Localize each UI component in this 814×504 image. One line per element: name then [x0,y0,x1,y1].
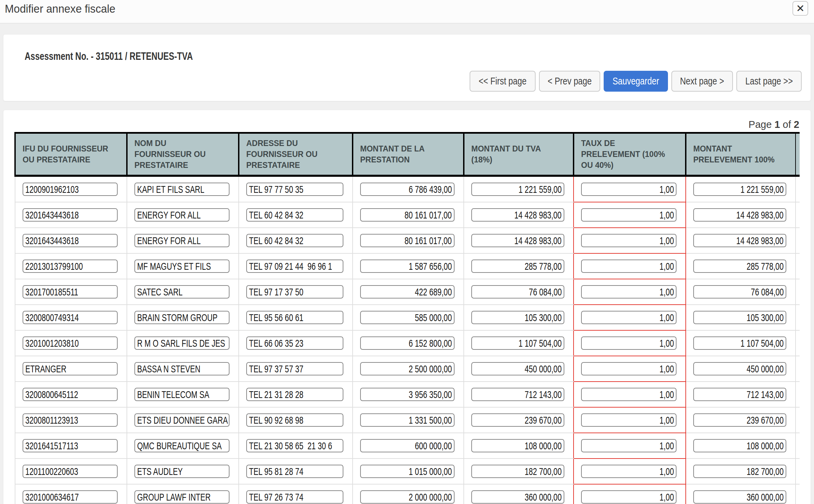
cell-input[interactable]: 3201643443618 [23,208,118,222]
cell-input[interactable]: 1 015 000,00 [360,465,455,478]
cell-input[interactable]: 1 221 559,00 [471,183,564,196]
cell-input[interactable]: 2 500 000,00 [360,362,455,375]
cell-input[interactable]: BRAIN STORM GROUP [134,311,229,324]
save-button[interactable]: Sauvegarder [604,71,668,92]
cell-input[interactable]: 14 428 983,00 [471,234,564,247]
cell-input[interactable]: 182 700,00 [693,465,786,478]
cell-input[interactable]: 1 107 504,00 [693,336,786,350]
cell-input[interactable]: TEL 97 17 37 50 [246,285,343,299]
cell-input[interactable]: 1,00 [581,336,677,350]
cell-input[interactable]: ENERGY FOR ALL [134,234,229,247]
cell-input[interactable]: ETS DIEU DONNEE GARA [134,413,229,427]
cell-input[interactable]: 1,00 [581,413,677,427]
cell-input[interactable]: 1200901962103 [23,183,118,196]
cell-input[interactable]: TEL 66 06 35 23 [246,336,343,350]
cell-input[interactable]: 600 000,00 [360,439,455,452]
cell-input[interactable]: 80 161 017,00 [360,234,455,247]
cell-input[interactable]: 1 587 656,00 [360,260,455,273]
cell-input[interactable]: 182 700,00 [471,465,564,478]
table-cell: 6 152 800,00 [353,330,464,356]
cell-input[interactable]: 285 778,00 [693,260,786,273]
cell-input[interactable]: 14 428 983,00 [693,234,786,247]
cell-input[interactable]: 1201100220603 [23,465,118,478]
cell-input[interactable]: TEL 60 42 84 32 [246,234,343,247]
cell-input[interactable]: 712 143,00 [693,388,786,401]
cell-input[interactable]: 1,00 [581,311,677,324]
cell-input[interactable]: 1,00 [581,234,677,247]
cell-input[interactable]: 1,00 [581,362,677,375]
next-page-button[interactable]: Next page > [671,71,733,92]
cell-input[interactable]: 2 000 000,00 [360,490,455,504]
last-page-button[interactable]: Last page >> [736,71,802,92]
cell-input[interactable]: 3201643443618 [23,234,118,247]
cell-input[interactable]: 6 786 439,00 [360,183,455,196]
table-panel: Page 1 of 2 IFU DU FOURNISSEUR OU PRESTA… [3,110,811,504]
cell-input[interactable]: 1 107 504,00 [471,336,564,350]
cell-input[interactable]: 14 428 983,00 [693,208,786,222]
cell-input[interactable]: 585 000,00 [360,311,455,324]
cell-input[interactable]: 76 084,00 [693,285,786,299]
cell-input[interactable]: ENERGY FOR ALL [134,208,229,222]
cell-input[interactable]: 1 331 500,00 [360,413,455,427]
cell-input[interactable]: 1 221 559,00 [693,183,786,196]
cell-input[interactable]: 3200800749314 [23,311,118,324]
cell-input[interactable]: BENIN TELECOM SA [134,388,229,401]
cell-input[interactable]: 239 670,00 [471,413,564,427]
cell-input[interactable]: 105 300,00 [693,311,786,324]
cell-input[interactable]: 76 084,00 [471,285,564,299]
cell-input[interactable]: 108 000,00 [471,439,564,452]
cell-input[interactable]: 3200801123913 [23,413,118,427]
cell-input[interactable]: TEL 97 77 50 35 [246,183,343,196]
cell-input[interactable]: 3201001203810 [23,336,118,350]
cell-input[interactable]: 1,00 [581,465,677,478]
cell-input[interactable]: 3201641517113 [23,439,118,452]
cell-input[interactable]: 22013013799100 [23,260,118,273]
cell-input[interactable]: 3200800645112 [23,388,118,401]
cell-input[interactable]: QMC BUREAUTIQUE SA [134,439,229,452]
cell-input[interactable]: TEL 21 31 28 28 [246,388,343,401]
cell-input[interactable]: 1,00 [581,439,677,452]
cell-input[interactable]: 1,00 [581,208,677,222]
cell-input[interactable]: TEL 95 56 60 61 [246,311,343,324]
cell-input[interactable]: SATEC SARL [134,285,229,299]
cell-input[interactable]: 450 000,00 [693,362,786,375]
table-cell [796,253,800,279]
cell-input[interactable]: 1,00 [581,490,677,504]
cell-input[interactable]: 360 000,00 [471,490,564,504]
cell-input[interactable]: TEL 90 92 68 98 [246,413,343,427]
cell-input[interactable]: KAPI ET FILS SARL [134,183,229,196]
close-button[interactable]: ✕ [792,1,808,16]
cell-input[interactable]: TEL 21 30 58 65 21 30 6 [246,439,343,452]
cell-input[interactable]: 422 689,00 [360,285,455,299]
cell-input[interactable]: ETRANGER [23,362,118,375]
cell-input[interactable]: 450 000,00 [471,362,564,375]
cell-input[interactable]: 80 161 017,00 [360,208,455,222]
cell-input[interactable]: 239 670,00 [693,413,786,427]
cell-input[interactable]: 6 152 800,00 [360,336,455,350]
cell-input[interactable]: R M O SARL FILS DE JES [134,336,229,350]
cell-input[interactable]: 285 778,00 [471,260,564,273]
cell-input[interactable]: TEL 60 42 84 32 [246,208,343,222]
cell-input[interactable]: 1,00 [581,285,677,299]
cell-input[interactable]: 108 000,00 [693,439,786,452]
cell-input[interactable]: 1,00 [581,260,677,273]
cell-input[interactable]: 360 000,00 [693,490,786,504]
cell-input[interactable]: TEL 97 26 73 74 [246,490,343,504]
cell-input[interactable]: ETS AUDLEY [134,465,229,478]
cell-input[interactable]: TEL 97 37 57 37 [246,362,343,375]
prev-page-button[interactable]: < Prev page [539,71,600,92]
cell-input[interactable]: 3 956 350,00 [360,388,455,401]
cell-input[interactable]: 712 143,00 [471,388,564,401]
first-page-button[interactable]: << First page [470,71,536,92]
cell-input[interactable]: GROUP LAWF INTER [134,490,229,504]
cell-input[interactable]: 105 300,00 [471,311,564,324]
cell-input[interactable]: BASSA N STEVEN [134,362,229,375]
cell-input[interactable]: TEL 95 81 28 74 [246,465,343,478]
cell-input[interactable]: 14 428 983,00 [471,208,564,222]
cell-input[interactable]: TEL 97 09 21 44 96 96 1 [246,260,343,273]
cell-input[interactable]: 3201000634617 [23,490,118,504]
cell-input[interactable]: MF MAGUYS ET FILS [134,260,229,273]
cell-input[interactable]: 1,00 [581,388,677,401]
cell-input[interactable]: 1,00 [581,183,677,196]
cell-input[interactable]: 3201700185511 [23,285,118,299]
